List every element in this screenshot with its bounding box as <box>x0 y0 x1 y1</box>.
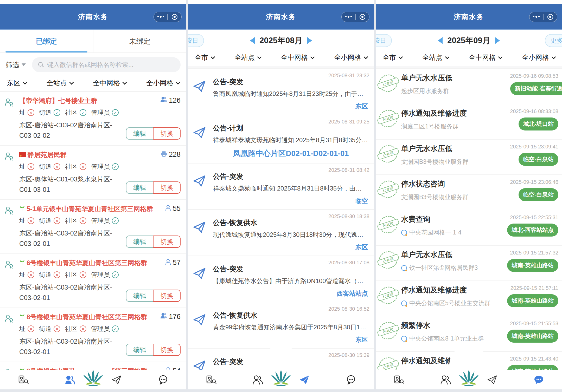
switch-button[interactable]: 切换 <box>153 181 181 194</box>
current-month: 2025年08月 <box>259 35 302 46</box>
tab-scan[interactable] <box>391 375 407 385</box>
group-title-text: 5-1单元银丰山青苑华夏山青社区第三网格群 <box>27 205 153 213</box>
announcement-area-tag[interactable]: 东区 <box>213 102 369 110</box>
tab-announcements[interactable] <box>484 375 501 384</box>
dropdown-small-grid[interactable]: 全小网格 <box>334 53 367 62</box>
announcement-item[interactable]: 2025-08-31 23:32 公告-突发 鲁商凤凰城临时通知2025年8月3… <box>188 68 374 115</box>
edit-button[interactable]: 编辑 <box>126 344 153 356</box>
request-time: 2025-09-16 08:33:08 <box>510 108 558 114</box>
edit-button[interactable]: 编辑 <box>126 127 153 140</box>
announcement-item[interactable]: 2025-08-31 08:42 公告-突发 祥泰城文鼎苑临时通知 2025年8… <box>188 163 374 209</box>
request-title: 频繁停水 <box>401 321 507 330</box>
tab-home-logo[interactable] <box>269 369 293 387</box>
edit-button[interactable]: 编辑 <box>126 236 153 248</box>
more-menu-button[interactable] <box>529 12 543 22</box>
paper-plane-icon <box>193 314 206 327</box>
request-list-item[interactable]: 已处理 单户无水水压低 文澜园B3号楼物业服务群 2025-09-15 23:0… <box>376 139 562 174</box>
switch-button[interactable]: 切换 <box>153 344 181 356</box>
request-group: 起步区用水服务群 <box>401 87 510 95</box>
tab-announcements[interactable] <box>108 375 125 384</box>
more-chip[interactable]: 更多 <box>545 34 562 47</box>
tab-announcements[interactable] <box>296 375 313 384</box>
edit-button[interactable]: 编辑 <box>126 290 153 302</box>
request-list-item[interactable]: 已处理 停水通知及维修进度 澜庭二区1号楼服务群 2025-09-16 08:3… <box>376 104 562 139</box>
search-box[interactable] <box>32 57 181 72</box>
request-group-name: 中央公馆南区8-1单元业主群 <box>409 335 484 343</box>
cross-icon: ✕ <box>28 325 34 332</box>
request-group-name: 文澜园B3号楼物业服务群 <box>401 158 468 166</box>
badge-missing: 街道✕ <box>39 325 60 333</box>
dropdown-small-grid[interactable]: 全小网格 <box>522 53 555 62</box>
request-list-item[interactable]: 已处理 停水状态咨询 文澜园B3号楼物业服务群 2025-09-15 23:06… <box>376 174 562 210</box>
request-list-item[interactable]: 已处理 停水通知及维修进度 中央公馆南区5号楼业主交流群 2025-09-15 … <box>376 280 562 316</box>
paper-plane-icon <box>193 267 206 280</box>
request-list-item[interactable]: 已处理 单户无水水压低 铁一社区第①网格居民群3 2025-09-15 21:5… <box>376 245 562 280</box>
announcement-category: 公告-突发 <box>213 77 369 87</box>
tab-home-logo[interactable] <box>457 369 481 387</box>
dropdown-station[interactable]: 全站点 <box>234 53 261 62</box>
filter-button[interactable]: 筛选 <box>6 60 26 69</box>
tab-service[interactable] <box>531 375 547 385</box>
chevron-down-icon <box>445 55 449 59</box>
by-day-chip[interactable]: 按日 <box>188 34 204 47</box>
group-list-item[interactable]: 【帝华鸿府】七号楼业主群 126 址✕街道✓社区✓管理员✓ 东区-唐冶站-C03… <box>0 91 186 145</box>
request-title: 停水状态咨询 <box>401 179 510 189</box>
dropdown-mid-grid[interactable]: 全中网格 <box>469 53 502 62</box>
tab-contacts[interactable] <box>250 375 266 385</box>
dropdown-small-grid[interactable]: 全小网格 <box>146 79 180 88</box>
close-minimize-button[interactable] <box>168 12 181 22</box>
prev-month-arrow[interactable] <box>438 37 443 44</box>
edit-button[interactable]: 编辑 <box>126 181 153 194</box>
tab-unbound[interactable]: 未绑定 <box>93 30 186 53</box>
announcement-area-tag[interactable]: 东区 <box>213 243 369 251</box>
close-minimize-button[interactable] <box>544 12 557 22</box>
next-month-arrow[interactable] <box>307 37 312 44</box>
tab-scan[interactable] <box>15 375 32 385</box>
announcement-area-tag[interactable]: 凤凰路中心片区D02-01-D02-01-01 <box>213 148 369 159</box>
dropdown-city[interactable]: 全市 <box>195 53 214 62</box>
switch-button[interactable]: 切换 <box>153 236 181 248</box>
badge-missing: 址✕ <box>19 217 34 225</box>
tab-scan[interactable] <box>203 375 220 385</box>
group-list-item[interactable]: 静居苑居民群 228 址✕街道✕社区✕管理员✓ 东区-奥体站-C01-03浆水泉… <box>0 145 186 199</box>
dropdown-district[interactable]: 东区 <box>7 79 27 88</box>
tab-service[interactable] <box>155 375 171 385</box>
badge-label: 管理员 <box>91 108 110 117</box>
dropdown-mid-grid[interactable]: 全中网格 <box>93 79 126 88</box>
announcement-area-tag[interactable]: 东区 <box>213 336 369 344</box>
tab-contacts[interactable] <box>437 375 454 385</box>
next-month-arrow[interactable] <box>495 37 500 44</box>
tab-service[interactable] <box>343 375 359 385</box>
announcement-item[interactable]: 2025-08-30 18:38 公告-恢复供水 现代逸城恢复通知2025年8月… <box>188 209 374 256</box>
member-count-value: 55 <box>173 205 181 213</box>
badge-label: 社区 <box>65 217 78 225</box>
member-badge-icon <box>5 314 14 324</box>
prev-month-arrow[interactable] <box>250 37 255 44</box>
badge-verified: 管理员✓ <box>91 217 119 225</box>
tab-contacts[interactable] <box>62 375 78 385</box>
announcement-item[interactable]: 2025-08-30 16:52 公告-恢复供水 黄金99华府恢复通知济南水务集… <box>188 302 374 348</box>
cross-icon: ✕ <box>80 271 86 278</box>
dropdown-mid-grid[interactable]: 全中网格 <box>281 53 314 62</box>
group-list-item[interactable]: 6号楼银丰山青苑华夏山青社区第三网格群 57 址✕街道✕社区✕管理员✓ 东区-唐… <box>0 253 186 308</box>
request-list-item[interactable]: 已处理 单户无水水压低 起步区用水服务群 2025-09-16 09:08:53… <box>376 68 562 104</box>
group-list-item[interactable]: 5-1单元银丰山青苑华夏山青社区第三网格群 55 址✕街道✕社区✕管理员✓ 东区… <box>0 199 186 253</box>
request-list-item[interactable]: 已处理 水费查询 中央花园网格一 1-4 2025-09-15 22:55:31… <box>376 210 562 245</box>
announcement-item[interactable]: 2025-08-31 09:25 公告-计划 祥泰城祥泰城文璟苑临时通知 202… <box>188 115 374 163</box>
dropdown-station[interactable]: 全站点 <box>422 53 449 62</box>
badge-missing: 址✕ <box>19 162 34 171</box>
close-minimize-button[interactable] <box>356 12 369 22</box>
more-menu-button[interactable] <box>342 12 355 22</box>
dropdown-station[interactable]: 全站点 <box>47 79 73 88</box>
announcement-area-tag[interactable]: 西客站站点 <box>213 289 369 298</box>
switch-button[interactable]: 切换 <box>153 290 181 302</box>
switch-button[interactable]: 切换 <box>153 127 181 140</box>
more-menu-button[interactable] <box>154 12 167 22</box>
announcement-item[interactable]: 2025-08-30 17:08 公告-突发 【康城佳苑停水公告】由于济齐路DN… <box>188 256 374 302</box>
dropdown-city[interactable]: 全市 <box>382 53 402 62</box>
search-input[interactable] <box>47 61 175 68</box>
announcement-area-tag[interactable]: 临空 <box>213 197 369 205</box>
tab-bound[interactable]: 已绑定 <box>0 30 93 53</box>
tab-home-logo[interactable] <box>81 369 105 387</box>
by-day-chip[interactable]: 按日 <box>376 34 392 47</box>
